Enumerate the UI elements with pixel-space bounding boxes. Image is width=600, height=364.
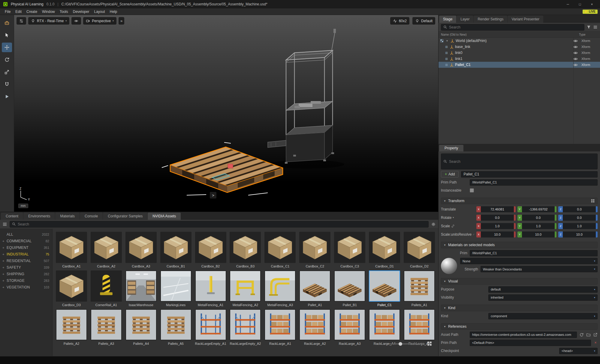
z-value-field[interactable]: Z 10.0 [558,231,598,237]
visibility-eye-icon[interactable] [573,39,578,43]
matrix-grid-icon[interactable] [591,199,595,203]
category-item[interactable]: + SAFETY 339 [0,264,52,271]
asset-tile[interactable]: RackLarge_A2 [298,309,332,346]
z-drag-handle[interactable] [596,223,598,229]
strength-select[interactable]: Weaker than Descendants ▾ [481,266,598,272]
z-value-field[interactable]: Z 1.0 [558,223,598,229]
asset-tile[interactable]: Cardbox_C3 [333,231,367,269]
expand-plus-icon[interactable]: + [2,279,4,282]
asset-tile[interactable]: MetalFencing_A1 [194,270,228,307]
x-drag-handle[interactable] [514,231,516,237]
property-search-input[interactable] [449,160,595,164]
menu-item[interactable]: Create [24,9,40,14]
viewport-expand-button[interactable]: > [210,192,216,198]
transform-section-header[interactable]: ▼ Transform [441,198,598,204]
menu-item[interactable]: Window [40,9,57,14]
visibility-eye-icon[interactable] [573,63,578,67]
category-item[interactable]: + VEGETATION 103 [0,284,52,291]
checkpoint-select[interactable]: <head> ▾ [559,348,598,354]
x-drag-handle[interactable] [514,206,516,212]
kind-select[interactable]: component ▾ [488,313,598,319]
references-section-header[interactable]: ▼ References [441,323,598,330]
content-browser-tab[interactable]: Environments [23,213,55,220]
scale-tool-button[interactable] [2,67,12,77]
x-value-field[interactable]: X 72.46081 [476,206,516,212]
expand-plus-icon[interactable]: + [2,272,4,276]
category-item[interactable]: + EQUIPMENT 351 [0,244,52,251]
rotate-tool-button[interactable] [2,55,12,64]
asset-tile[interactable]: MetalFencing_A2 [228,270,263,307]
stage-tab[interactable]: Variant Presenter [508,16,543,23]
list-options-icon[interactable] [593,25,598,29]
menu-item[interactable]: Edit [13,9,24,14]
z-drag-handle[interactable] [596,231,598,237]
x-value-field[interactable]: X 0.0 [476,215,516,221]
asset-tile[interactable]: Cardbox_C1 [263,231,297,269]
link-icon[interactable] [473,233,475,236]
y-value-field[interactable]: Y 10.0 [517,231,557,237]
asset-tile[interactable]: Cardbox_A1 [54,231,89,269]
maximize-button[interactable]: □ [575,1,585,7]
filter-funnel-icon[interactable] [586,25,591,29]
renderer-dropdown[interactable]: RTX - Real-Time ▾ [28,17,69,25]
asset-tile[interactable]: Cardbox_A3 [124,231,158,269]
refresh-icon[interactable] [579,333,584,337]
asset-tile[interactable]: Cardbox_D3 [54,270,89,307]
asset-tile[interactable]: Cardbox_B3 [228,231,263,269]
asset-tile[interactable]: RackLarge_A1 [263,309,297,346]
menu-item[interactable]: Layout [92,9,107,14]
z-drag-handle[interactable] [596,215,598,221]
grid-view-button[interactable] [427,341,433,347]
content-browser-tab[interactable]: Materials [55,213,80,220]
stage-tab[interactable]: Layer [457,16,473,23]
minimize-button[interactable]: ─ [563,1,573,7]
folder-icon[interactable] [586,333,591,337]
z-value-field[interactable]: Z 0.0 [558,215,598,221]
stage-tree-row[interactable]: ⊞ link0 Xform [439,50,600,56]
stage-tab[interactable]: Stage [439,16,456,23]
y-drag-handle[interactable] [555,223,556,229]
visibility-eye-icon[interactable] [573,51,578,55]
stage-tab[interactable]: Render Settings [474,16,507,23]
asset-tile[interactable]: RackLargeEmpty_A2 [228,309,263,346]
y-drag-handle[interactable] [555,206,556,212]
expand-plus-icon[interactable]: + [2,239,4,243]
link-icon[interactable] [451,224,455,228]
menu-item[interactable]: Help [107,9,120,14]
asset-tile[interactable]: Pallet_C1 [367,270,402,307]
asset-path-field[interactable]: https://omniverse-content-production.s3-… [470,332,577,338]
content-browser-tab[interactable]: Configurator Samples [103,213,147,220]
viewport-3d[interactable]: ♻ RTX - Real-Time ▾ [14,15,438,212]
category-item[interactable]: + SHIPPING 282 [0,271,52,277]
select-tool-button[interactable] [2,30,12,40]
menu-item[interactable]: Tools [57,9,71,14]
kind-section-header[interactable]: ▼ Kind [441,305,598,311]
name-column-header[interactable]: Name (Old to New) [441,33,579,36]
stage-tree-row[interactable]: ⊞ Pallet_C1 Xform [439,62,600,68]
expander-icon[interactable]: ▼ [445,40,449,42]
category-item[interactable]: + STORAGE 283 [0,277,52,284]
materials-section-header[interactable]: ▼ Materials on selected models [441,242,598,248]
expand-plus-icon[interactable]: ⊞ [445,63,448,67]
expand-plus-icon[interactable]: + [2,246,4,249]
property-tab[interactable]: Property [439,145,463,151]
external-link-icon[interactable] [593,333,598,337]
expand-plus-icon[interactable]: + [2,285,4,289]
asset-search-input[interactable] [18,222,426,226]
stage-search-input[interactable] [449,25,582,29]
asset-tile[interactable]: Cardbox_B2 [194,231,228,269]
asset-tile[interactable]: RackLarge_A4 [367,309,402,346]
asset-tile[interactable]: Pallets_A5 [159,309,193,346]
asset-tile[interactable]: Cardbox_B1 [159,231,193,269]
gear-icon[interactable] [431,222,436,227]
menu-item[interactable]: Developer [71,9,92,14]
prim-name-field[interactable] [461,171,598,178]
content-browser-tab[interactable]: Console [80,213,103,220]
thumbnail-size-slider[interactable] [390,342,425,346]
remove-reference-icon[interactable]: × [593,341,598,345]
asset-tile[interactable]: Pallets_A3 [89,309,123,346]
viewport-settings-button[interactable] [17,17,26,25]
category-item[interactable]: + COMMERCIAL 82 [0,238,52,244]
asset-tile[interactable]: Cardbox_C2 [298,231,332,269]
play-button[interactable] [2,92,12,101]
